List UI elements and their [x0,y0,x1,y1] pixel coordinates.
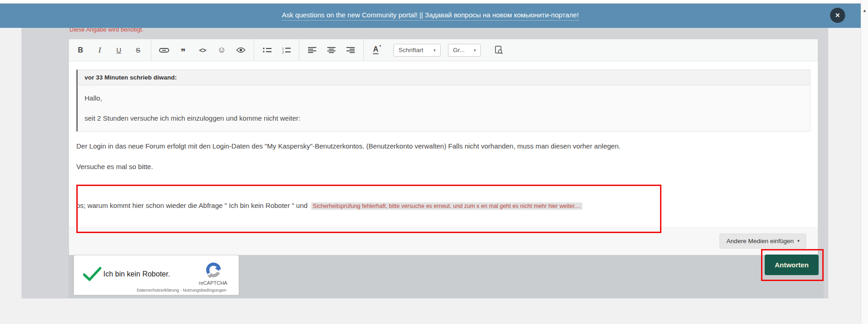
source-view-button[interactable] [489,40,508,61]
numbered-list-icon: 1 2 [282,47,291,53]
italic-button[interactable]: I [90,40,109,61]
chevron-down-icon: ▾ [379,44,381,48]
recaptcha-logo-icon [205,261,222,278]
ps-text: ps; warum kommt hier schon wieder die Ab… [76,202,308,209]
insert-other-media-label: Andere Medien einfügen [726,238,793,244]
editor-content-area[interactable]: vor 33 Minuten schrieb diwand: Hallo, se… [69,61,818,227]
link-icon [159,48,169,53]
size-dropdown-label: Gr... [453,47,465,53]
align-right-icon [346,47,355,53]
chevron-down-icon: ▾ [433,48,436,53]
quote-line: seit 2 Stunden versuche ich mich einzulo… [85,114,803,122]
quote-body: Hallo, seit 2 Stunden versuche ich mich … [78,85,810,131]
toolbar-separator [363,40,364,61]
quote-header: vor 33 Minuten schrieb diwand: [78,70,810,85]
font-dropdown-label: Schriftart [399,47,423,53]
recaptcha-widget[interactable]: Ich bin kein Roboter. reCAPTCHA Datensch… [74,255,239,295]
reply-paragraph: Versuche es mal so bitte. [76,163,810,170]
align-left-icon [308,47,316,53]
recaptcha-terms-links[interactable]: Datenschutzerklärung - Nutzungsbedingung… [137,287,226,292]
page: Ask questions on the new Community porta… [0,0,868,324]
banner-link[interactable]: Ask questions on the new Community porta… [282,11,579,21]
align-center-button[interactable] [322,40,341,61]
text-color-letter: A [373,46,378,54]
checkmark-icon [83,267,101,281]
close-icon: ✕ [835,12,840,19]
eye-icon [236,47,245,53]
close-button[interactable]: ✕ [830,8,845,23]
editor-footer: Andere Medien einfügen ▾ [69,227,818,255]
size-dropdown[interactable]: Gr... ▾ [448,44,481,57]
text-color-button[interactable]: A ▾ [367,40,386,61]
reply-paragraph: Der Login in das neue Forum erfolgt mit … [76,142,810,150]
preview-button[interactable] [231,40,250,61]
chevron-down-icon: ▾ [474,48,476,53]
reply-paragraph-ps: ps; warum kommt hier schon wieder die Ab… [76,202,810,209]
chevron-down-icon: ▾ [797,239,799,243]
align-right-button[interactable] [341,40,360,61]
svg-text:2: 2 [282,51,284,53]
editor-toolbar: B I U S ❞ <> ☺ [69,39,818,61]
recaptcha-label: Ich bin kein Roboter. [103,270,170,278]
quote-line: Hallo, [85,94,803,102]
align-center-icon [327,47,335,53]
scrollbar[interactable]: ▲ [861,0,868,324]
rich-text-editor: B I U S ❞ <> ☺ [69,39,818,249]
underline-button[interactable]: U [109,40,128,61]
toolbar-separator [299,40,299,61]
announcement-banner: Ask questions on the new Community porta… [0,4,861,28]
top-strip [0,0,868,3]
toolbar-separator [151,40,151,61]
svg-text:1: 1 [282,47,284,50]
scroll-up-arrow[interactable]: ▲ [863,8,867,13]
align-left-button[interactable] [303,40,322,61]
code-button[interactable]: <> [193,40,212,61]
emoji-button[interactable]: ☺ [212,40,231,61]
font-dropdown[interactable]: Schriftart ▾ [394,44,441,57]
bullet-list-button[interactable] [257,40,277,61]
document-search-icon [495,46,503,54]
quote-button[interactable]: ❞ [174,42,193,63]
quoted-message: vor 33 Minuten schrieb diwand: Hallo, se… [76,69,810,132]
toolbar-separator [254,40,254,61]
bold-button[interactable]: B [71,40,90,61]
insert-other-media-button[interactable]: Andere Medien einfügen ▾ [719,234,806,249]
numbered-list-button[interactable]: 1 2 [277,40,296,61]
link-button[interactable] [154,40,174,61]
antworten-button[interactable]: Antworten [765,255,819,275]
bullet-list-icon [263,47,272,53]
error-message-text: Sicherheitsprüfung fehlerhaft, bitte ver… [311,202,582,210]
strikethrough-button[interactable]: S [128,40,148,61]
recaptcha-brand: reCAPTCHA [190,280,236,286]
